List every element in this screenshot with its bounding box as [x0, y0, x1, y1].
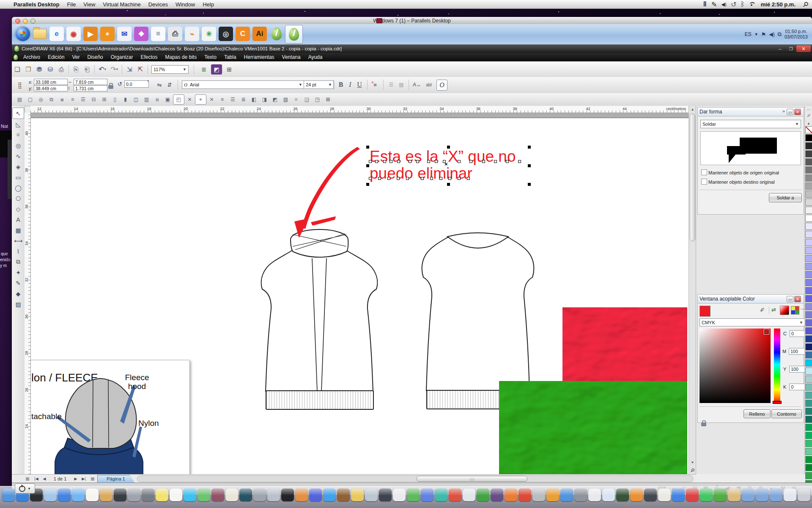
palette-swatch-1a8373[interactable]: [805, 408, 812, 415]
dock-textedit[interactable]: [170, 489, 182, 501]
tray-network-icon[interactable]: ⧉: [778, 31, 782, 38]
palette-swatch-00a651[interactable]: [805, 424, 812, 431]
menu-mapas-de-bits[interactable]: Mapas de bits: [161, 53, 200, 61]
blend-tool[interactable]: ⧉: [13, 257, 24, 267]
toolbar-icon-6[interactable]: ☰: [78, 95, 88, 104]
paste-icon[interactable]: ⎗: [82, 66, 93, 73]
mac-menu-window[interactable]: Window: [172, 1, 199, 8]
hue-marker[interactable]: [773, 401, 782, 404]
palette-swatch-00b35c[interactable]: [805, 432, 812, 439]
outline-dialog-button[interactable]: O: [436, 80, 447, 91]
italic-button[interactable]: I: [346, 80, 354, 89]
palette-swatch-00c4ee[interactable]: [805, 359, 812, 367]
toolbar-icon-28[interactable]: ◳: [312, 95, 323, 104]
zoom-level-combo[interactable]: 117%▼: [151, 65, 189, 74]
character-node-marker[interactable]: [458, 177, 461, 180]
minimize-traffic-light[interactable]: [23, 19, 28, 24]
dock-leaf[interactable]: [714, 489, 727, 501]
palette-swatch-3a6ea5[interactable]: [805, 351, 812, 359]
table-tool[interactable]: ▦: [13, 225, 24, 235]
toolbar-icon-21[interactable]: ≣: [238, 95, 249, 104]
dock-folder-win[interactable]: [770, 489, 782, 501]
character-node-marker[interactable]: [518, 160, 521, 163]
selection-center-mark[interactable]: ×: [444, 161, 448, 167]
edit-text-icon[interactable]: abl: [424, 80, 434, 89]
dock-idvd[interactable]: [309, 489, 322, 501]
tray-clock-date[interactable]: 03/07/2013: [785, 34, 808, 40]
volume-menu-icon[interactable]: ◀): [719, 2, 729, 7]
mirror-horizontal-icon[interactable]: ⇋: [155, 80, 164, 89]
dock-preview[interactable]: [44, 489, 57, 501]
palette-swatch-ccccff[interactable]: [805, 239, 812, 246]
dock-system-preferences[interactable]: [253, 489, 266, 501]
character-node-marker[interactable]: [427, 160, 430, 163]
dock-picker[interactable]: [449, 489, 461, 501]
character-node-marker[interactable]: [482, 160, 485, 163]
dock-time-machine[interactable]: [239, 489, 252, 501]
palette-swatch-000000[interactable]: [805, 134, 812, 141]
rectangle-tool[interactable]: ▭: [13, 172, 24, 182]
character-node-marker[interactable]: [378, 177, 381, 180]
palette-swatch-7070e0[interactable]: [805, 287, 812, 294]
toolbar-icon-24[interactable]: ◩: [270, 95, 280, 104]
horizontal-scrollbar[interactable]: | | |: [137, 475, 693, 482]
drop-cap-icon[interactable]: ▤: [397, 80, 406, 89]
selection-handle[interactable]: [366, 183, 369, 186]
selection-handle[interactable]: [447, 183, 450, 186]
dock-garageband[interactable]: [337, 489, 350, 501]
taskbar-camera[interactable]: ◎: [217, 25, 234, 43]
palette-swatch-79bdb3[interactable]: [805, 384, 812, 391]
dock-disk-utility[interactable]: [267, 489, 280, 501]
dock-red-tools[interactable]: [686, 489, 699, 501]
import-icon[interactable]: ⇲: [124, 66, 135, 73]
dock-chrome[interactable]: [463, 489, 475, 501]
power-dropdown-icon[interactable]: ▼: [27, 487, 31, 491]
toolbar-icon-3[interactable]: ⧉: [46, 95, 57, 104]
close-traffic-light[interactable]: [15, 19, 20, 24]
mac-menu-devices[interactable]: Devices: [145, 1, 172, 8]
dock-imovie[interactable]: [114, 489, 126, 501]
basic-shapes-tool[interactable]: ◇: [13, 204, 24, 214]
k-value-field[interactable]: 0: [789, 384, 805, 390]
parallels-status-icon[interactable]: ‖: [700, 0, 710, 8]
taskbar-usb-device[interactable]: ⌁: [184, 25, 200, 43]
mac-menu-file[interactable]: File: [63, 1, 80, 8]
menu-ver[interactable]: Ver: [68, 53, 83, 61]
toolbar-icon-5[interactable]: ≡: [67, 95, 78, 104]
dock-display-app[interactable]: [491, 489, 503, 501]
toolbar-icon-12[interactable]: ▥: [141, 95, 152, 104]
minimize-button[interactable]: –: [774, 45, 785, 52]
dock-backpack[interactable]: [421, 489, 433, 501]
freehand-tool[interactable]: ∿: [13, 151, 24, 161]
object-width-field[interactable]: 7.819 cm: [74, 79, 107, 85]
palette-swatch-66cc99[interactable]: [805, 448, 812, 455]
pick-tool[interactable]: ↖: [12, 108, 24, 119]
selection-handle[interactable]: [528, 183, 531, 186]
eyedropper-tool[interactable]: ✦: [13, 267, 24, 278]
restore-button[interactable]: ❐: [785, 45, 796, 52]
mac-menu-parallels-desktop[interactable]: Parallels Desktop: [10, 1, 63, 8]
fill-button[interactable]: Relleno: [743, 409, 771, 418]
close-button[interactable]: ✕: [796, 45, 811, 52]
red-fabric-swatch[interactable]: [562, 307, 687, 381]
character-node-marker[interactable]: [435, 160, 438, 163]
zoom-traffic-light[interactable]: [30, 19, 36, 24]
dock-power-app[interactable]: [602, 489, 615, 501]
palette-swatch-8c8c8c[interactable]: [805, 174, 812, 182]
vest-back-drawing[interactable]: [412, 222, 543, 396]
dock-window-app[interactable]: [784, 489, 796, 501]
text-alignment-icon[interactable]: ≡✕: [370, 80, 380, 89]
dock-sheep[interactable]: [658, 489, 671, 501]
menu-organizar[interactable]: Organizar: [107, 53, 137, 61]
c-value-field[interactable]: 0: [790, 330, 806, 337]
m-value-field[interactable]: 100: [789, 348, 805, 355]
palette-swatch-a8cfcf[interactable]: [805, 375, 812, 383]
save-icon[interactable]: ⛃: [34, 66, 45, 73]
open-icon[interactable]: ❒: [23, 66, 34, 73]
toolbar-icon-10[interactable]: ▮: [120, 95, 131, 104]
dock-x11[interactable]: [281, 489, 294, 501]
bluetooth-icon[interactable]: ᛒ: [738, 0, 747, 8]
dock-stickies[interactable]: [156, 489, 168, 501]
dock-finance[interactable]: [351, 489, 364, 501]
dock-crystal[interactable]: [365, 489, 378, 501]
